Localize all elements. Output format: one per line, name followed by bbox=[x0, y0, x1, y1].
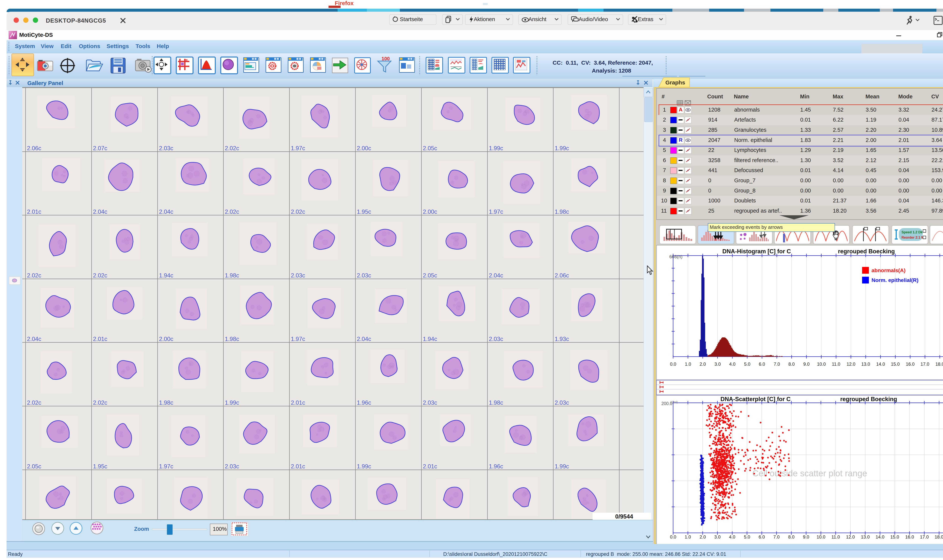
svg-text:11.0: 11.0 bbox=[832, 362, 840, 367]
svg-text:16.0: 16.0 bbox=[906, 362, 915, 367]
svg-text:14.0: 14.0 bbox=[876, 534, 884, 540]
svg-text:14.0: 14.0 bbox=[876, 362, 885, 367]
svg-text:11.0: 11.0 bbox=[832, 534, 840, 540]
svg-text:3.0: 3.0 bbox=[714, 362, 721, 367]
svg-text:abnormals(A): abnormals(A) bbox=[872, 268, 906, 273]
svg-text:9.0: 9.0 bbox=[803, 534, 809, 540]
svg-text:4.0: 4.0 bbox=[729, 534, 735, 540]
svg-text:(μm²): (μm²) bbox=[670, 400, 678, 404]
svg-text:13.0: 13.0 bbox=[861, 362, 870, 367]
svg-text:100: 100 bbox=[382, 56, 390, 62]
svg-text:7.0: 7.0 bbox=[773, 534, 780, 540]
svg-text:Speed 1.2 Dk: Speed 1.2 Dk bbox=[901, 230, 923, 234]
svg-text:2.0: 2.0 bbox=[700, 534, 706, 540]
svg-text:10.0: 10.0 bbox=[817, 362, 826, 367]
svg-text:666(n): 666(n) bbox=[669, 254, 683, 259]
svg-text:Norm. epithelial(R): Norm. epithelial(R) bbox=[872, 277, 918, 283]
svg-text:6.0: 6.0 bbox=[758, 534, 765, 540]
svg-text:1.0: 1.0 bbox=[685, 362, 691, 367]
svg-text:18.0: 18.0 bbox=[935, 362, 943, 367]
svg-text:7.0: 7.0 bbox=[774, 362, 780, 367]
svg-text:3.0: 3.0 bbox=[714, 534, 720, 540]
svg-text:8.0: 8.0 bbox=[788, 534, 794, 540]
svg-text:6.0: 6.0 bbox=[759, 362, 765, 367]
svg-text:17.0: 17.0 bbox=[921, 362, 929, 367]
svg-text:12.0: 12.0 bbox=[847, 362, 855, 367]
svg-text:Graphs: Graphs bbox=[666, 79, 685, 86]
svg-text:0.0: 0.0 bbox=[670, 362, 676, 367]
svg-text:13.0: 13.0 bbox=[861, 534, 870, 540]
svg-text:5.0: 5.0 bbox=[744, 534, 750, 540]
svg-text:8.0: 8.0 bbox=[788, 362, 795, 367]
svg-text:10.0: 10.0 bbox=[817, 534, 826, 540]
svg-text:4.0: 4.0 bbox=[729, 362, 735, 367]
svg-text:9.0: 9.0 bbox=[803, 362, 809, 367]
svg-text:5.0: 5.0 bbox=[744, 362, 750, 367]
svg-text:17.0: 17.0 bbox=[920, 534, 929, 540]
svg-text:0.0: 0.0 bbox=[670, 534, 676, 540]
svg-text:15.0: 15.0 bbox=[891, 534, 899, 540]
svg-text:2.0: 2.0 bbox=[700, 362, 706, 367]
svg-text:12.0: 12.0 bbox=[846, 534, 855, 540]
svg-text:15.0: 15.0 bbox=[891, 362, 900, 367]
svg-text:16.0: 16.0 bbox=[905, 534, 914, 540]
svg-text:Reorder 2:1 M: Reorder 2:1 M bbox=[901, 235, 924, 239]
svg-text:1.0: 1.0 bbox=[685, 534, 691, 540]
svg-text:Cell outside scatter plot rang: Cell outside scatter plot range bbox=[752, 468, 867, 478]
svg-text:18.0: 18.0 bbox=[935, 534, 943, 540]
